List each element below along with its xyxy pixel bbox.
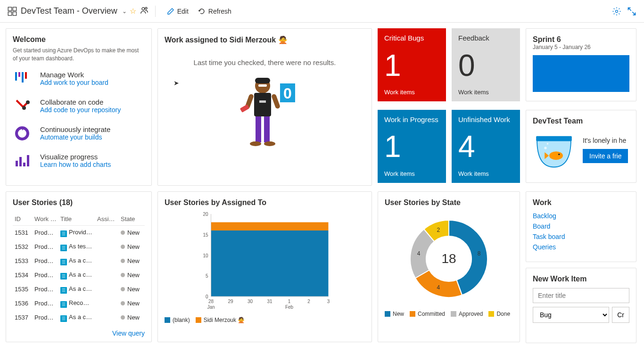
welcome-row-manage-work: Manage WorkAdd work to your board <box>13 69 145 88</box>
edit-button[interactable]: Edit <box>162 5 193 18</box>
svg-rect-19 <box>255 78 270 83</box>
stories-title: User Stories (18) <box>13 198 145 207</box>
legend-item[interactable]: Sidi Merzouk 🙅 <box>196 317 245 323</box>
svg-point-33 <box>549 151 563 160</box>
add-charts-link[interactable]: Learn how to add charts <box>40 161 145 168</box>
svg-rect-32 <box>536 136 572 141</box>
work-link[interactable]: Backlog <box>533 211 629 221</box>
tile-critical-bugs[interactable]: Critical Bugs 1 Work items <box>378 28 446 101</box>
table-row[interactable]: 1531Produ…☰Provide related items or …New <box>13 225 145 240</box>
svg-point-4 <box>142 7 145 10</box>
tile-title: Feedback <box>458 34 513 42</box>
svg-rect-28 <box>271 93 280 109</box>
welcome-heading: Collaborate on code <box>40 98 145 106</box>
add-work-link[interactable]: Add work to your board <box>40 79 145 86</box>
table-row[interactable]: 1533Produ…☰As a customer, I should …New <box>13 254 145 268</box>
refresh-button[interactable]: Refresh <box>193 5 236 18</box>
legend-item[interactable]: Committed <box>410 311 445 317</box>
legend-item[interactable]: New <box>385 311 404 317</box>
chart-title: User Stories by State <box>385 198 513 207</box>
chart-assigned-to-widget: User Stories by Assigned To 051015202829… <box>157 191 372 342</box>
col-header[interactable]: State <box>119 213 145 226</box>
team-lonely-text: It's lonely in he <box>583 137 628 144</box>
sprint-title: Sprint 6 <box>533 35 629 44</box>
user-stories-widget: User Stories (18) IDWork …TitleAssig…Sta… <box>6 191 152 342</box>
svg-rect-14 <box>16 161 18 166</box>
svg-rect-8 <box>18 72 20 77</box>
branch-icon <box>14 98 31 115</box>
work-link[interactable]: Task board <box>533 231 629 242</box>
welcome-heading: Visualize progress <box>40 153 145 161</box>
dashboard-switcher[interactable]: DevTest Team - Overview ⌄ <box>8 6 127 16</box>
svg-text:1: 1 <box>288 299 291 304</box>
table-row[interactable]: 1532Produ…☰As tester, I need to test t…N… <box>13 240 145 254</box>
favorite-icon[interactable]: ☆ <box>130 7 136 16</box>
team-icon[interactable] <box>140 6 149 16</box>
svg-rect-10 <box>25 72 27 79</box>
fullscreen-icon[interactable] <box>627 7 636 16</box>
col-header[interactable]: ID <box>13 213 33 226</box>
svg-text:31: 31 <box>267 299 272 304</box>
svg-point-35 <box>544 147 546 149</box>
create-button[interactable]: Cr <box>612 307 629 323</box>
svg-point-12 <box>26 100 30 104</box>
sprint-widget[interactable]: Sprint 6 January 5 - January 26 <box>526 28 636 101</box>
new-wi-type-select[interactable]: Bug <box>533 307 609 323</box>
legend-item[interactable]: (blank) <box>165 317 190 323</box>
svg-text:5: 5 <box>206 273 208 279</box>
svg-rect-20 <box>258 84 267 87</box>
table-row[interactable]: 1537Produ…☰As a customer, I would li…New <box>13 311 145 325</box>
tile-footer: Work items <box>458 89 513 96</box>
table-row[interactable]: 1536Produ…☰Recommended products…New <box>13 296 145 311</box>
tile-feedback[interactable]: Feedback 0 Work items <box>452 28 520 101</box>
work-link[interactable]: Board <box>533 221 629 231</box>
chart-title: User Stories by Assigned To <box>165 198 365 207</box>
assigned-empty-message: Last time you checked, there were no res… <box>194 58 336 66</box>
toolbar-divider <box>155 6 156 17</box>
table-row[interactable]: 1535Produ…☰As a customer, I would li…New <box>13 282 145 296</box>
board-icon <box>14 70 31 87</box>
cycle-icon <box>14 125 31 142</box>
col-header[interactable]: Work … <box>33 213 58 226</box>
svg-text:8: 8 <box>478 250 481 256</box>
work-link[interactable]: Queries <box>533 242 629 252</box>
svg-text:2: 2 <box>437 227 440 233</box>
tile-count: 4 <box>458 132 513 162</box>
svg-rect-16 <box>23 163 25 166</box>
empty-state-illustration: 0 <box>232 74 298 154</box>
table-row[interactable]: 1534Produ…☰As a customer, I should …New <box>13 268 145 282</box>
stories-table: IDWork …TitleAssig…State 1531Produ…☰Prov… <box>13 213 145 325</box>
gear-icon[interactable] <box>612 7 621 16</box>
legend-item[interactable]: Done <box>488 311 510 317</box>
svg-point-25 <box>250 141 261 146</box>
col-header[interactable]: Title <box>58 213 95 226</box>
tile-footer: Work items <box>458 170 513 177</box>
welcome-row-integrate: Continuously integrateAutomate your buil… <box>13 124 145 143</box>
legend-item[interactable]: Approved <box>451 311 483 317</box>
svg-point-26 <box>264 141 275 146</box>
tile-work-in-progress[interactable]: Work in Progress 1 Work items <box>378 110 446 183</box>
automate-builds-link[interactable]: Automate your builds <box>40 133 145 141</box>
svg-rect-3 <box>13 12 17 16</box>
chart-icon <box>14 152 31 169</box>
svg-rect-17 <box>27 155 29 166</box>
svg-text:4: 4 <box>417 250 421 256</box>
refresh-label: Refresh <box>208 8 231 15</box>
new-wi-title-input[interactable] <box>533 288 629 303</box>
dashboard-title: DevTest Team - Overview <box>21 6 117 16</box>
invite-friend-button[interactable]: Invite a frie <box>583 149 628 163</box>
svg-text:10: 10 <box>203 253 208 258</box>
tile-footer: Work items <box>384 170 439 177</box>
work-links-title: Work <box>533 198 629 207</box>
view-query-link[interactable]: View query <box>13 325 145 337</box>
fishbowl-icon <box>533 130 575 170</box>
add-code-link[interactable]: Add code to your repository <box>40 106 145 114</box>
col-header[interactable]: Assig… <box>95 213 119 226</box>
tile-unfinished-work[interactable]: Unfinished Work 4 Work items <box>452 110 520 183</box>
team-title: DevTest Team <box>533 117 629 125</box>
svg-text:Feb: Feb <box>285 304 294 310</box>
svg-point-5 <box>145 7 147 9</box>
svg-rect-24 <box>264 116 270 142</box>
welcome-widget: Welcome Get started using Azure DevOps t… <box>6 28 152 186</box>
svg-rect-23 <box>256 116 261 142</box>
